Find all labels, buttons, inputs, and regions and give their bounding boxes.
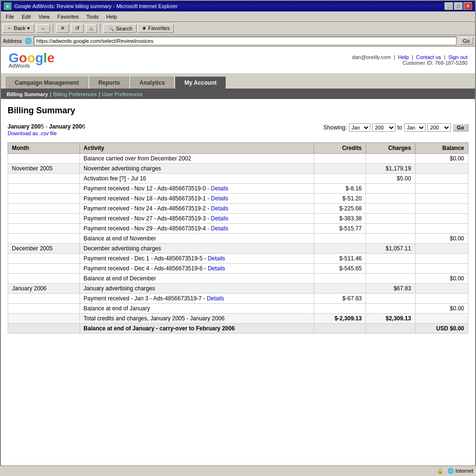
internet-zone: 🌐 Internet: [447, 468, 473, 474]
cell-balance: USD $0.00: [415, 324, 468, 334]
details-link[interactable]: Details: [207, 295, 224, 302]
forward-button[interactable]: →: [36, 24, 50, 33]
cell-activity: Activation fee [?] - Jul 16: [79, 174, 314, 184]
table-row: Balance carried over from December 2002 …: [8, 154, 468, 164]
breadcrumb-user-prefs[interactable]: User Preferences: [102, 91, 143, 97]
cell-month: [8, 204, 80, 214]
main-content: Billing Summary January 2005 - January 2…: [1, 99, 475, 340]
date-range-row: January 2005 - January 2006 Download as …: [8, 123, 468, 137]
cell-activity: Balance at end of December: [79, 274, 314, 284]
details-link[interactable]: Details: [211, 185, 228, 192]
cell-credits: [314, 154, 366, 164]
cell-charges: [366, 204, 416, 214]
cell-credits: [314, 284, 366, 294]
details-link[interactable]: Details: [208, 255, 225, 262]
window-controls[interactable]: _ □ ✕: [445, 2, 472, 10]
menu-view[interactable]: View: [36, 13, 53, 20]
browser-icon: e: [4, 2, 11, 10]
help-link[interactable]: Help: [398, 54, 409, 60]
cell-balance: [415, 174, 468, 184]
cell-activity: November advertising charges: [79, 164, 314, 174]
go-address-button[interactable]: Go: [459, 37, 473, 45]
cell-balance: [415, 314, 468, 324]
table-row: Activation fee [?] - Jul 16 $5.00: [8, 174, 468, 184]
cell-month: [8, 294, 80, 304]
status-bar-right: 🔒 🌐 Internet: [437, 468, 473, 474]
cell-charges: $1,179.19: [366, 164, 416, 174]
search-toolbar: 🔍 Search ★ Favorites: [103, 24, 174, 33]
signout-link[interactable]: Sign out: [448, 54, 467, 60]
details-link[interactable]: Details: [211, 205, 228, 212]
contact-link[interactable]: Contact us: [416, 54, 441, 60]
cell-balance: $0.00: [415, 234, 468, 244]
toolbar: ← Back ▾ → ✕ ↺ ⌂ 🔍 Search ★ Favorites: [1, 22, 475, 35]
to-month-select[interactable]: JanFebMar AprMayJun JulAugSep OctNovDec: [404, 123, 426, 132]
table-row: December 2005 December advertising charg…: [8, 244, 468, 254]
minimize-button[interactable]: _: [445, 2, 453, 10]
col-month: Month: [8, 143, 80, 154]
cell-month: [8, 304, 80, 314]
cell-activity: Payment received - Nov 24 - Ads-48566735…: [79, 204, 314, 214]
table-row: Payment received - Dec 4 - Ads-485667351…: [8, 264, 468, 274]
close-button[interactable]: ✕: [464, 2, 472, 10]
cell-balance: [415, 164, 468, 174]
breadcrumb-billing-prefs[interactable]: Billing Preferences: [53, 91, 97, 97]
menu-edit[interactable]: Edit: [19, 13, 34, 20]
cell-month: [8, 224, 80, 234]
tab-campaign-management[interactable]: Campaign Management: [6, 77, 88, 89]
cell-credits: [314, 274, 366, 284]
cell-balance: [415, 204, 468, 214]
cell-month: [8, 314, 80, 324]
home-button[interactable]: ⌂: [86, 24, 98, 33]
favorites-button[interactable]: ★ Favorites: [138, 24, 174, 33]
stop-button[interactable]: ✕: [56, 24, 69, 33]
menu-favorites[interactable]: Favorites: [54, 13, 81, 20]
from-year-select[interactable]: 200200420052006: [372, 123, 396, 132]
details-link[interactable]: Details: [208, 265, 225, 272]
cell-month: January 2006: [8, 284, 80, 294]
menu-help[interactable]: Help: [103, 13, 120, 20]
date-range-left: January 2005 - January 2006 Download as …: [8, 123, 85, 137]
menu-file[interactable]: File: [3, 13, 17, 20]
tab-analytics[interactable]: Analytics: [130, 77, 174, 89]
from-month-select[interactable]: JanFebMar AprMayJun JulAugSep OctNovDec: [349, 123, 370, 132]
cell-charges: $67.83: [366, 284, 416, 294]
to-year-select[interactable]: 200200420052006: [427, 123, 451, 132]
menu-tools[interactable]: Tools: [84, 13, 102, 20]
breadcrumb-separator-2: |: [99, 91, 100, 97]
details-link[interactable]: Details: [211, 215, 228, 222]
date-range-text: January 2005 - January 2006: [8, 123, 85, 130]
details-link[interactable]: Details: [211, 195, 228, 202]
details-link[interactable]: Details: [211, 225, 228, 232]
cell-balance: [415, 214, 468, 224]
back-button[interactable]: ← Back ▾: [3, 24, 34, 33]
col-charges: Charges: [366, 143, 416, 154]
nav-tabs: Campaign Management Reports Analytics My…: [1, 74, 475, 89]
tab-reports[interactable]: Reports: [89, 77, 129, 89]
cell-activity: January advertising charges: [79, 284, 314, 294]
search-button[interactable]: 🔍 Search: [103, 24, 137, 33]
header-right: dan@oreilly.com | Help | Contact us | Si…: [352, 54, 467, 66]
cell-activity: Balance carried over from December 2002: [79, 154, 314, 164]
col-balance: Balance: [415, 143, 468, 154]
cell-activity: Balance at end of November: [79, 234, 314, 244]
cell-balance: [415, 284, 468, 294]
cell-charges: [366, 324, 416, 334]
logo-area: Google AdWords: [9, 51, 54, 69]
maximize-button[interactable]: □: [454, 2, 463, 10]
refresh-button[interactable]: ↺: [71, 24, 84, 33]
cell-month: [8, 184, 80, 194]
cell-balance: [415, 294, 468, 304]
download-csv-link[interactable]: Download as .csv file: [8, 130, 57, 136]
tab-my-account[interactable]: My Account: [175, 77, 226, 89]
cell-month: [8, 274, 80, 284]
page-title: Billing Summary: [8, 106, 468, 116]
cell-month: [8, 174, 80, 184]
cell-credits: $-225.68: [314, 204, 366, 214]
address-input[interactable]: [34, 37, 456, 45]
cell-charges: $1,057.11: [366, 244, 416, 254]
cell-credits: [314, 234, 366, 244]
cell-credits: $-8.16: [314, 184, 366, 194]
go-button[interactable]: Go: [453, 124, 468, 131]
cell-month: November 2005: [8, 164, 80, 174]
